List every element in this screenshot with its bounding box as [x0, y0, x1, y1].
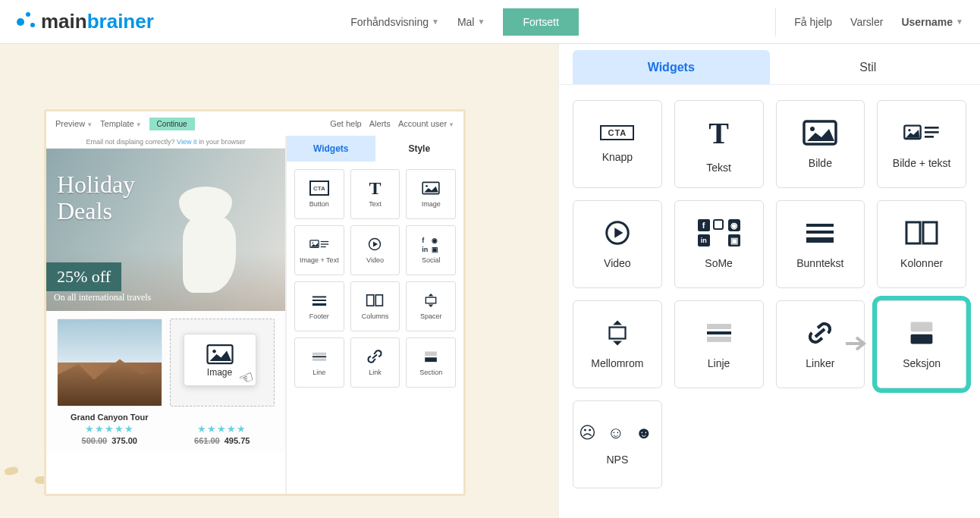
alerts-link-mini[interactable]: Alerts: [369, 119, 391, 128]
template-dropdown-mini[interactable]: Template▼: [100, 119, 142, 128]
tab-style[interactable]: Stil: [770, 50, 967, 84]
product-card[interactable]: Grand Canyon Tour ★★★★★ 500.00375.00: [57, 319, 162, 445]
alerts-link[interactable]: Varsler: [850, 16, 883, 28]
product-title: Grand Canyon Tour: [57, 413, 162, 422]
tab-widgets-mini[interactable]: Widgets: [287, 136, 375, 162]
link-icon: [802, 319, 838, 347]
svg-point-5: [312, 242, 313, 243]
svg-rect-39: [911, 334, 933, 344]
top-center: Forhåndsvisning▼ Mal▼ Fortsett: [350, 8, 579, 36]
svg-rect-31: [806, 237, 834, 243]
columns-icon: [903, 219, 940, 246]
view-it-link[interactable]: View it: [177, 138, 196, 146]
video-icon: [599, 219, 636, 246]
widget-mellomrom[interactable]: Mellomrom: [573, 300, 662, 388]
widget-footer-mini[interactable]: Footer: [294, 281, 344, 331]
preview-widget-panel: Widgets Style CTAButton TText Image Imag…: [286, 136, 463, 494]
preview-dropdown[interactable]: Forhåndsvisning▼: [350, 16, 439, 28]
product-dropzone[interactable]: Image ☜ ★★★★★ 661.00495.75: [170, 319, 275, 445]
help-link-mini[interactable]: Get help: [330, 119, 362, 128]
widgets-grid: CTAKnapp TTekst Bilde Bilde + tekst Vide…: [559, 85, 980, 504]
content: Preview▼ Template▼ Continue Get help Ale…: [0, 44, 980, 518]
widget-knapp[interactable]: CTAKnapp: [573, 100, 662, 188]
chevron-down-icon: ▼: [448, 121, 454, 128]
svg-rect-16: [313, 353, 326, 355]
widget-line-mini[interactable]: Line: [294, 337, 344, 388]
widget-button-mini[interactable]: CTAButton: [294, 169, 344, 219]
preview-dropdown-mini[interactable]: Preview▼: [55, 119, 93, 128]
widget-linje[interactable]: Linje: [674, 300, 764, 388]
svg-rect-18: [313, 359, 326, 361]
tab-widgets[interactable]: Widgets: [573, 50, 770, 84]
email-preview: Email not displaing correctly? View it i…: [46, 136, 286, 494]
widget-columns-mini[interactable]: Columns: [350, 281, 400, 331]
preview-left: Preview▼ Template▼ Continue Get help Ale…: [46, 111, 463, 494]
widget-video[interactable]: Video: [573, 200, 662, 288]
widget-some[interactable]: f◉in▣SoMe: [674, 200, 764, 288]
star-rating-icon: ★★★★★: [57, 423, 162, 435]
right-panel: Widgets Stil CTAKnapp TTekst Bilde Bilde…: [558, 44, 980, 518]
svg-rect-19: [425, 352, 437, 356]
tab-style-mini[interactable]: Style: [375, 136, 464, 162]
hero-headline: HolidayDeals: [57, 171, 135, 224]
widget-bunntekst[interactable]: Bunntekst: [776, 200, 865, 288]
social-icon: f◉in▣: [698, 219, 740, 246]
logo-main: main: [41, 10, 87, 33]
svg-rect-37: [707, 337, 731, 342]
widget-bilde[interactable]: Bilde: [776, 100, 865, 188]
svg-point-1: [212, 350, 216, 353]
svg-rect-20: [425, 357, 437, 362]
hero-image[interactable]: HolidayDeals 25% off On all internationa…: [46, 149, 285, 311]
logo-brain: brainer: [87, 10, 154, 33]
svg-rect-17: [313, 356, 326, 357]
svg-rect-15: [426, 297, 435, 303]
svg-rect-34: [609, 328, 625, 339]
widget-kolonner[interactable]: Kolonner: [877, 200, 966, 288]
svg-rect-38: [911, 322, 933, 332]
image-icon: [802, 119, 838, 146]
help-link[interactable]: Få hjelp: [794, 16, 832, 28]
product-price: 500.00375.00: [57, 436, 162, 445]
logo[interactable]: mainbrainer: [17, 10, 154, 33]
continue-button[interactable]: Fortsett: [503, 8, 578, 36]
mini-widget-grid: CTAButton TText Image Image + Text Video…: [287, 162, 463, 395]
nps-faces-icon: ☹ ☺ ☻: [579, 423, 655, 443]
widget-social-mini[interactable]: f◉in▣Social: [406, 225, 456, 275]
dragging-image-widget[interactable]: Image ☜: [184, 334, 256, 386]
svg-rect-14: [376, 295, 383, 306]
cta-icon: CTA: [600, 125, 634, 140]
chevron-down-icon: ▼: [136, 121, 142, 128]
widget-bilde-tekst[interactable]: Bilde + tekst: [877, 100, 966, 188]
widget-section-mini[interactable]: Section: [406, 337, 456, 388]
chevron-down-icon: ▼: [432, 17, 439, 26]
user-menu-mini[interactable]: Account user▼: [398, 119, 454, 128]
widget-imgtext-mini[interactable]: Image + Text: [294, 225, 344, 275]
svg-rect-13: [367, 295, 374, 306]
widget-seksjon[interactable]: Seksjon: [877, 300, 966, 388]
template-dropdown[interactable]: Mal▼: [457, 16, 485, 28]
widget-tekst[interactable]: TTekst: [674, 100, 764, 188]
widget-video-mini[interactable]: Video: [350, 225, 400, 275]
widget-text-mini[interactable]: TText: [350, 169, 400, 219]
divider: [775, 8, 776, 36]
svg-rect-32: [906, 222, 920, 243]
user-menu[interactable]: Username▼: [901, 16, 963, 28]
image-text-icon: [903, 119, 940, 146]
widget-linker[interactable]: Linker: [776, 300, 865, 388]
svg-point-22: [810, 127, 815, 131]
continue-button-mini[interactable]: Continue: [149, 118, 195, 130]
editor-preview-card: Preview▼ Template▼ Continue Get help Ale…: [44, 109, 466, 496]
topbar: mainbrainer Forhåndsvisning▼ Mal▼ Fortse…: [0, 0, 980, 44]
section-icon: [903, 319, 940, 347]
svg-rect-35: [707, 324, 731, 329]
widget-image-mini[interactable]: Image: [406, 169, 456, 219]
widget-nps[interactable]: ☹ ☺ ☻NPS: [573, 400, 662, 488]
arrow-right-icon: [846, 334, 870, 353]
widget-link-mini[interactable]: Link: [350, 337, 400, 388]
widget-spacer-mini[interactable]: Spacer: [406, 281, 456, 331]
preview-topbar: Preview▼ Template▼ Continue Get help Ale…: [46, 111, 463, 136]
svg-point-3: [426, 185, 428, 187]
image-icon: [206, 344, 234, 365]
footer-icon: [802, 219, 838, 246]
product-image: [57, 319, 162, 407]
